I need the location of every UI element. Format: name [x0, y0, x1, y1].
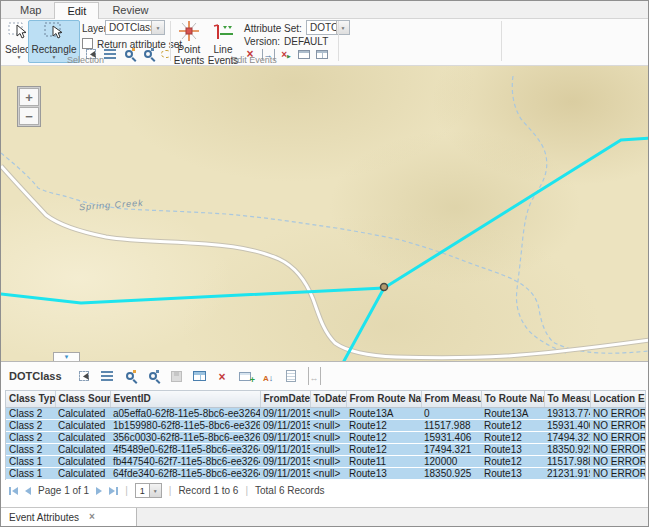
map-graphics [1, 66, 649, 361]
table-row[interactable]: Class 1Calculated64fde340-62f8-11e5-8bc6… [6, 467, 645, 479]
table-cell: NO ERROR [590, 443, 645, 455]
version-value: DEFAULT [284, 36, 328, 47]
table-cell: Calculated [55, 431, 110, 443]
table-cell: Route12 [481, 419, 544, 431]
point-events-icon [178, 21, 200, 43]
table-cell: Route13 [481, 443, 544, 455]
last-page-button[interactable] [109, 487, 118, 495]
tab-map[interactable]: Map [7, 1, 54, 18]
table-row[interactable]: Class 1Calculatedfb447540-62f7-11e5-8bc6… [6, 455, 645, 467]
selection-group-label: Selection [1, 55, 170, 65]
table-cell: 21231.919 [544, 467, 590, 479]
tab-event-attributes-label: Event Attributes [9, 512, 79, 523]
show-attributes-icon[interactable] [283, 368, 300, 384]
table-cell: fb447540-62f7-11e5-8bc6-ee32641d5ec9 [110, 455, 260, 467]
page-number-dropdown[interactable]: 1 [135, 483, 162, 498]
table-cell: 09/11/2015 [260, 467, 310, 479]
tab-close-icon[interactable]: × [89, 512, 95, 522]
tab-event-attributes[interactable]: Event Attributes × [1, 508, 137, 526]
table-row[interactable]: Class 2Calculateda05effa0-62f8-11e5-8bc6… [6, 407, 645, 419]
switch-view-icon[interactable] [191, 368, 208, 384]
pan-to-selection-icon[interactable] [145, 368, 162, 384]
tab-review[interactable]: Review [99, 1, 161, 18]
column-header-from-route-name[interactable]: From Route Name [346, 391, 421, 407]
column-header-location-error[interactable]: Location Error [590, 391, 645, 407]
route-event-line-northeast [384, 138, 649, 288]
column-header-to-measure[interactable]: To Measure [544, 391, 590, 407]
delete-record-icon[interactable] [214, 368, 231, 384]
version-label: Version: [244, 36, 280, 47]
column-header-to-route-name[interactable]: To Route Name [481, 391, 544, 407]
pager-separator: | [169, 485, 172, 496]
column-header-from-measure[interactable]: From Measure [421, 391, 481, 407]
table-cell: 15931.406 [544, 419, 590, 431]
tab-edit[interactable]: Edit [54, 2, 99, 19]
attribute-toolbar-icons [76, 368, 329, 384]
table-cell: Route12 [481, 455, 544, 467]
panel-tab-bar: Event Attributes × [1, 507, 648, 526]
panel-collapse-tab[interactable] [53, 352, 80, 361]
table-cell: 64fde340-62f8-11e5-8bc6-ee32641d5ec9 [110, 467, 260, 479]
zoom-out-button[interactable]: − [19, 107, 39, 125]
table-cell: NO ERROR [590, 419, 645, 431]
add-record-icon[interactable] [237, 368, 254, 384]
layer-dropdown-value: DOTClass [106, 22, 151, 33]
fit-columns-icon[interactable] [306, 368, 323, 384]
table-cell: 09/11/2015 [260, 431, 310, 443]
route-event-line-west [1, 288, 384, 303]
column-header-class-type[interactable]: Class Type [6, 391, 55, 407]
table-row[interactable]: Class 2Calculated4f5489e0-62f8-11e5-8bc6… [6, 443, 645, 455]
table-cell: <null> [310, 431, 346, 443]
table-row[interactable]: Class 2Calculated356c0030-62f8-11e5-8bc6… [6, 431, 645, 443]
table-cell: Route13 [346, 467, 421, 479]
zoom-to-selection-icon[interactable] [122, 368, 139, 384]
save-icon[interactable] [168, 368, 185, 384]
attribute-table: Class TypeClass SourceEventIDFromDateToD… [6, 391, 646, 480]
layer-dropdown-arrow-icon[interactable] [151, 21, 164, 34]
table-cell: 0 [421, 407, 481, 419]
attribute-set-dropdown[interactable]: DOTClass [306, 20, 350, 35]
table-cell: 11517.988 [544, 455, 590, 467]
table-cell: Class 1 [6, 455, 55, 467]
attribute-panel-toolbar: DOTClass [1, 362, 648, 390]
table-cell: NO ERROR [590, 431, 645, 443]
table-cell: Class 1 [6, 467, 55, 479]
route-junction-marker [381, 284, 388, 291]
options-menu-icon[interactable] [99, 368, 116, 384]
table-cell: 4f5489e0-62f8-11e5-8bc6-ee32641d5ec9 [110, 443, 260, 455]
page-number-dropdown-arrow-icon[interactable] [149, 484, 161, 497]
table-cell: Route13 [481, 467, 544, 479]
map-zoom-control: + − [17, 86, 41, 127]
ribbon-tab-bar: Map Edit Review [1, 1, 648, 19]
column-header-fromdate[interactable]: FromDate [260, 391, 310, 407]
edit-events-group-label: Edit Events [170, 55, 338, 65]
record-pager: Page 1 of 1 | 1 | Record 1 to 6 | Total … [1, 480, 648, 502]
table-cell: 17494.321 [421, 443, 481, 455]
attribute-set-label: Attribute Set: [244, 23, 302, 34]
table-cell: NO ERROR [590, 455, 645, 467]
table-cell: Route11 [346, 455, 421, 467]
table-cell: <null> [310, 467, 346, 479]
next-page-button[interactable] [96, 487, 102, 495]
ribbon: Select ▼ Rectangle ▼ Layer: DOTClass Ret… [1, 19, 648, 66]
road-line [1, 166, 649, 358]
zoom-in-button[interactable]: + [19, 88, 39, 106]
sort-icon[interactable] [260, 368, 277, 384]
table-row[interactable]: Class 2Calculated1b159980-62f8-11e5-8bc6… [6, 419, 645, 431]
column-header-eventid[interactable]: EventID [110, 391, 260, 407]
select-records-icon[interactable] [76, 368, 93, 384]
event-attributes-panel: DOTClass Class TypeClass SourceEventIDFr… [1, 361, 648, 526]
pager-separator: | [245, 485, 248, 496]
column-header-class-source[interactable]: Class Source [55, 391, 110, 407]
map-canvas[interactable]: Spring Creek + − [1, 66, 649, 361]
route-event-line-south [344, 288, 384, 361]
table-cell: Route13A [481, 407, 544, 419]
first-page-button[interactable] [9, 487, 18, 495]
layer-dropdown[interactable]: DOTClass [105, 20, 165, 35]
table-cell: Class 2 [6, 407, 55, 419]
table-cell: Calculated [55, 419, 110, 431]
table-cell: 1b159980-62f8-11e5-8bc6-ee32641d5ec9 [110, 419, 260, 431]
previous-page-button[interactable] [25, 487, 31, 495]
table-cell: Route12 [481, 431, 544, 443]
column-header-todate[interactable]: ToDate [310, 391, 346, 407]
